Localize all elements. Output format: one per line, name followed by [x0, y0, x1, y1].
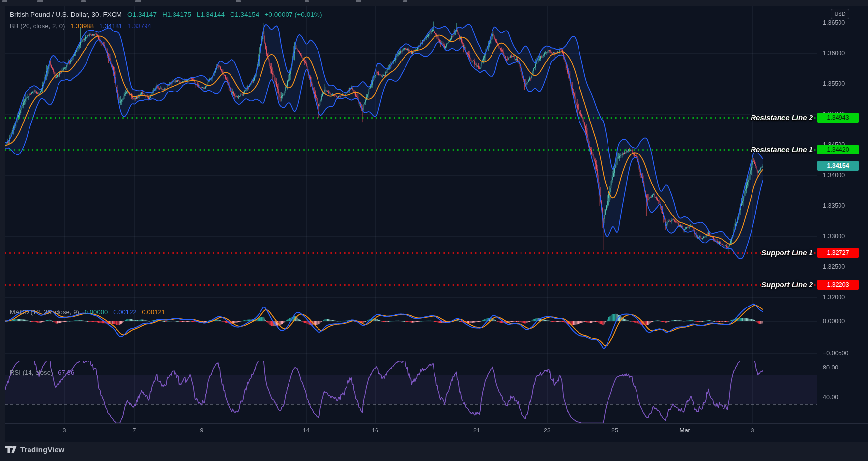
rsi-legend-label[interactable]: RSI (14, close) [10, 369, 53, 376]
resistance-line-label: Resistance Line 2 [751, 113, 813, 122]
clipped-text-fragment [403, 0, 407, 2]
support-price-badge: 1.32727 [817, 248, 859, 258]
resistance-line-label: Resistance Line 1 [751, 145, 813, 154]
macd-legend-label[interactable]: MACD (12, 26, close, 9) [10, 308, 79, 316]
time-label: 7 [133, 427, 136, 434]
time-label: 3 [63, 427, 66, 434]
clipped-text-fragment [81, 0, 86, 2]
price-tick: 1.35500 [823, 80, 845, 88]
bb-upper-value: 1.34181 [99, 22, 123, 30]
symbol-title[interactable]: British Pound / U.S. Dollar, 30, FXCM [10, 11, 122, 18]
rsi-tick: 40.00 [823, 393, 838, 401]
time-label: 21 [473, 427, 480, 434]
time-label: Mar [679, 427, 690, 434]
macd-line-value: 0.00122 [113, 308, 137, 316]
ohlc-high: H1.34175 [162, 11, 191, 18]
ohlc-open: O1.34147 [127, 11, 157, 18]
time-label: 14 [303, 427, 310, 434]
clipped-text-fragment [356, 0, 361, 2]
currency-toggle-button[interactable]: USD [831, 9, 849, 19]
current-price-badge: 1.34154 [817, 161, 859, 171]
resistance-price-badge: 1.34943 [817, 113, 859, 123]
macd-hist-value: 0.00000 [85, 308, 108, 316]
support-line-label: Support Line 2 [761, 280, 813, 289]
symbol-legend[interactable]: British Pound / U.S. Dollar, 30, FXCM O1… [10, 11, 326, 18]
tradingview-brand-text: TradingView [20, 445, 64, 454]
chart-canvas[interactable] [0, 0, 868, 461]
time-label: 3 [751, 427, 754, 434]
time-label: 9 [200, 427, 203, 434]
time-label: 16 [372, 427, 378, 434]
support-price-badge: 1.32203 [817, 280, 859, 290]
bb-legend[interactable]: BB (20, close, 2, 0) 1.33988 1.34181 1.3… [10, 22, 155, 30]
ohlc-change: +0.00007 (+0.01%) [264, 11, 322, 18]
bb-lower-value: 1.33794 [128, 22, 151, 30]
bb-legend-label[interactable]: BB (20, close, 2, 0) [10, 22, 65, 30]
clipped-text-fragment [236, 0, 241, 2]
price-tick: 1.36000 [823, 49, 845, 57]
support-line-label: Support Line 1 [761, 248, 813, 257]
clipped-text-fragment [305, 0, 309, 2]
clipped-text-fragment [2, 0, 7, 2]
macd-signal-value: 0.00121 [142, 308, 166, 316]
macd-tick: 0.00000 [823, 317, 845, 325]
time-label: 25 [611, 427, 618, 434]
tradingview-chart-app: British Pound / U.S. Dollar, 30, FXCM O1… [0, 0, 868, 461]
price-tick: 1.32500 [823, 263, 845, 271]
time-label: 23 [544, 427, 550, 434]
price-tick: 1.33500 [823, 202, 845, 210]
clipped-text-fragment [37, 0, 43, 2]
price-tick: 1.32000 [823, 293, 845, 301]
macd-tick: −0.00500 [823, 349, 848, 357]
macd-legend[interactable]: MACD (12, 26, close, 9) 0.00000 0.00122 … [10, 308, 169, 316]
rsi-legend[interactable]: RSI (14, close) 67.36 [10, 369, 78, 376]
price-tick: 1.36500 [823, 19, 845, 27]
rsi-tick: 80.00 [823, 364, 838, 371]
tradingview-mark-icon [5, 446, 17, 453]
price-tick: 1.34000 [823, 171, 845, 179]
price-tick: 1.33000 [823, 232, 845, 240]
bb-basis-value: 1.33988 [70, 22, 94, 30]
clipped-text-fragment [135, 0, 141, 2]
ohlc-low: L1.34144 [197, 11, 225, 18]
resistance-price-badge: 1.34420 [817, 145, 859, 154]
tradingview-logo[interactable]: TradingView [5, 445, 64, 454]
ohlc-close: C1.34154 [230, 11, 259, 18]
rsi-value: 67.36 [58, 369, 74, 376]
